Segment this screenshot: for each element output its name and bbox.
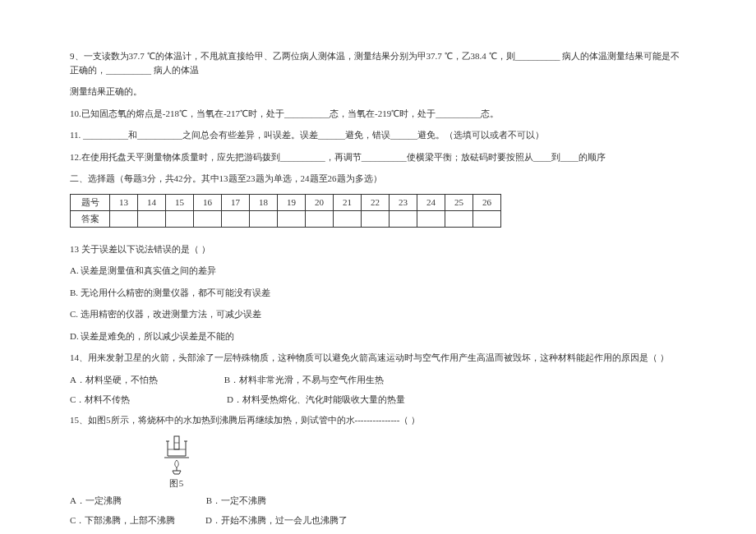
- question-15-option-b: B．一定不沸腾: [206, 494, 266, 508]
- answer-cell[interactable]: [138, 210, 166, 227]
- row-label: 题号: [71, 194, 110, 210]
- row-label: 答案: [71, 210, 110, 227]
- answer-cell[interactable]: [473, 210, 501, 227]
- answer-grid: 题号 13 14 15 16 17 18 19 20 21 22 23 24 2…: [70, 194, 501, 228]
- question-14-options-row1: A．材料坚硬，不怕热 B．材料非常光滑，不易与空气作用生热: [70, 373, 686, 387]
- question-10: 10.已知固态氧的熔点是-218℃，当氧在-217℃时，处于__________…: [70, 107, 686, 121]
- col-header: 21: [334, 194, 362, 210]
- answer-cell[interactable]: [222, 210, 250, 227]
- question-14-option-a: A．材料坚硬，不怕热: [70, 373, 158, 387]
- question-13-option-a: A. 误差是测量值和真实值之间的差异: [70, 264, 686, 278]
- exam-page: 9、一支读数为37.7 ℃的体温计，不甩就直接给甲、乙两位病人测体温，测量结果分…: [0, 0, 756, 534]
- col-header: 17: [222, 194, 250, 210]
- question-15-option-c: C．下部沸腾，上部不沸腾: [70, 513, 175, 527]
- answer-cell[interactable]: [306, 210, 334, 227]
- answer-cell[interactable]: [445, 210, 473, 227]
- question-13-option-d: D. 误差是难免的，所以减少误差是不能的: [70, 329, 686, 343]
- question-14-option-d: D．材料受热熔化、汽化时能吸收大量的热量: [227, 393, 405, 407]
- answer-cell[interactable]: [194, 210, 222, 227]
- col-header: 26: [473, 194, 501, 210]
- col-header: 14: [138, 194, 166, 210]
- question-13-option-b: B. 无论用什么精密的测量仪器，都不可能没有误差: [70, 286, 686, 300]
- table-row: 答案: [71, 210, 501, 227]
- section-2-title: 二、选择题（每题3分，共42分。其中13题至23题为单选，24题至26题为多选）: [70, 172, 686, 186]
- answer-cell[interactable]: [362, 210, 390, 227]
- question-9-cont: 测量结果正确的。: [70, 85, 686, 99]
- question-9: 9、一支读数为37.7 ℃的体温计，不甩就直接给甲、乙两位病人测体温，测量结果分…: [70, 49, 686, 76]
- figure-5: 图5: [160, 435, 193, 490]
- col-header: 25: [445, 194, 473, 210]
- question-11: 11. __________和__________之间总会有些差异，叫误差。误差…: [70, 128, 686, 142]
- col-header: 24: [417, 194, 445, 210]
- answer-cell[interactable]: [250, 210, 278, 227]
- answer-cell[interactable]: [166, 210, 194, 227]
- col-header: 15: [166, 194, 194, 210]
- answer-cell[interactable]: [110, 210, 138, 227]
- question-15-option-d: D．开始不沸腾，过一会儿也沸腾了: [205, 513, 348, 527]
- figure-5-label: 图5: [160, 476, 193, 490]
- col-header: 18: [250, 194, 278, 210]
- question-14-options-row2: C．材料不传热 D．材料受热熔化、汽化时能吸收大量的热量: [70, 393, 686, 407]
- answer-cell[interactable]: [417, 210, 445, 227]
- col-header: 22: [362, 194, 390, 210]
- question-14-option-b: B．材料非常光滑，不易与空气作用生热: [224, 373, 384, 387]
- question-15-options-row2: C．下部沸腾，上部不沸腾 D．开始不沸腾，过一会儿也沸腾了: [70, 513, 686, 527]
- question-12: 12.在使用托盘天平测量物体质量时，应先把游码拨到__________，再调节_…: [70, 150, 686, 164]
- col-header: 20: [306, 194, 334, 210]
- col-header: 19: [278, 194, 306, 210]
- question-13-option-c: C. 选用精密的仪器，改进测量方法，可减少误差: [70, 307, 686, 321]
- question-13-stem: 13 关于误差以下说法错误的是（ ）: [70, 242, 686, 256]
- col-header: 16: [194, 194, 222, 210]
- question-15-options-row1: A．一定沸腾 B．一定不沸腾: [70, 494, 686, 508]
- table-row: 题号 13 14 15 16 17 18 19 20 21 22 23 24 2…: [71, 194, 501, 210]
- col-header: 13: [110, 194, 138, 210]
- answer-cell[interactable]: [390, 210, 417, 227]
- col-header: 23: [390, 194, 417, 210]
- beaker-icon: [163, 435, 191, 476]
- question-15-option-a: A．一定沸腾: [70, 494, 122, 508]
- question-14-stem: 14、用来发射卫星的火箭，头部涂了一层特殊物质，这种物质可以避免火箭高速运动时与…: [70, 351, 686, 365]
- question-14-option-c: C．材料不传热: [70, 393, 130, 407]
- question-15-stem: 15、如图5所示，将烧杯中的水加热到沸腾后再继续加热，则试管中的水-------…: [70, 413, 686, 427]
- answer-cell[interactable]: [278, 210, 306, 227]
- answer-cell[interactable]: [334, 210, 362, 227]
